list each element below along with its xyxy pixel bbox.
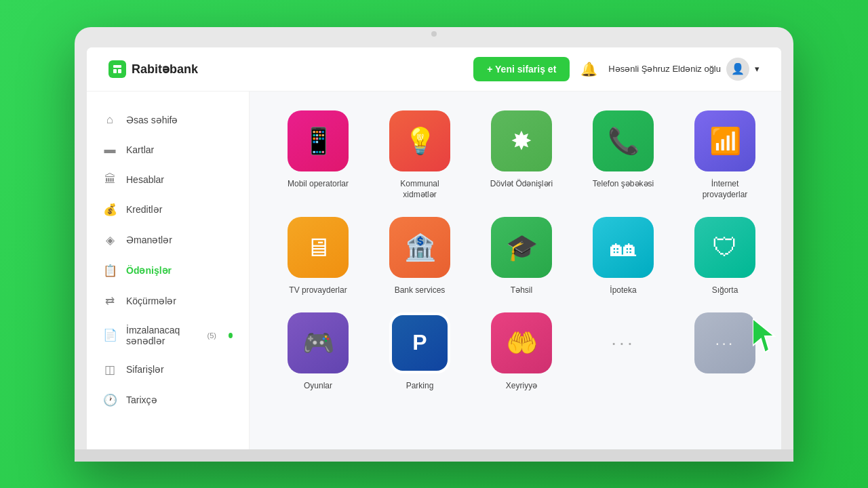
app-label: Kommunal xidmətlər (382, 178, 457, 201)
sidebar-item-kreditlər[interactable]: 💰 Kreditlər (87, 195, 249, 225)
apps-grid: 📱 Mobil operatorlar 💡 Kommunal xidmətlər… (274, 110, 757, 392)
sidebar-label: Kreditlər (126, 204, 162, 215)
sidebar-item-köçürmələr[interactable]: ⇄ Köçürmələr (87, 286, 249, 317)
app-label: Mobil operatorlar (288, 178, 349, 190)
transfers-icon: ⇄ (103, 294, 117, 308)
logo-icon (108, 60, 126, 78)
kommunal-icon: 💡 (389, 110, 450, 171)
app-item-mobil[interactable]: 📱 Mobil operatorlar (274, 110, 362, 201)
sidebar-item-hesablar[interactable]: 🏛 Hesablar (87, 165, 249, 195)
user-avatar: 👤 (726, 58, 749, 81)
chevron-down-icon: ▾ (755, 64, 760, 74)
app-item-telefon[interactable]: 📞 Telefon şəbəkəsi (579, 110, 667, 201)
games-icon: 🎮 (288, 312, 349, 373)
app-item-dovlet[interactable]: ✸ Dövlət Ödənişləri (477, 110, 566, 201)
tehsil-icon: 🎓 (491, 217, 552, 278)
svg-rect-2 (118, 69, 121, 73)
user-name: Həsənli Şəhruz Eldəniz oğlu (608, 64, 721, 74)
app-label: Təhsil (511, 285, 532, 296)
sidebar-label: Sifarişlər (126, 364, 164, 375)
documents-icon: 📄 (103, 328, 117, 342)
sidebar-item-əsas-səhifə[interactable]: ⌂ Əsas səhifə (87, 105, 249, 135)
app-body: ⌂ Əsas səhifə ▬ Kartlar 🏛 Hesablar 💰 Kre… (87, 92, 781, 449)
payments-icon: 📋 (103, 264, 117, 278)
home-icon: ⌂ (103, 113, 117, 127)
charity-icon: 🤲 (491, 312, 552, 373)
app-label: Dövlət Ödənişləri (490, 178, 553, 190)
more-icon: ··· (694, 312, 755, 373)
sidebar-label: Kartlar (126, 144, 154, 155)
app-label: İpoteka (610, 285, 636, 296)
app-item-tv[interactable]: 🖥 TV provayderlar (274, 217, 362, 296)
dovlet-icon: ✸ (491, 110, 552, 171)
app-item-more-dots[interactable]: ··· (579, 312, 667, 392)
badge-dot (229, 333, 233, 338)
documents-badge: (5) (208, 331, 216, 340)
main-content: 📱 Mobil operatorlar 💡 Kommunal xidmətlər… (250, 92, 781, 449)
logo-text: Rabitəbank (132, 62, 198, 77)
app-item-bank[interactable]: 🏦 Bank services (376, 217, 464, 296)
laptop-base (75, 449, 793, 462)
sidebar-item-ödənişlər[interactable]: 📋 Ödənişlər (87, 256, 249, 286)
logo: Rabitəbank (108, 60, 198, 78)
sidebar-item-tarixçə[interactable]: 🕐 Tarixçə (87, 385, 249, 415)
sidebar-label: Tarixçə (126, 394, 157, 405)
new-order-button[interactable]: + Yeni sifariş et (473, 57, 570, 81)
app-header: Rabitəbank + Yeni sifariş et 🔔 Həsənli Ş… (87, 47, 781, 92)
savings-icon: ◈ (103, 233, 117, 247)
svg-rect-1 (113, 69, 117, 73)
app-label: TV provayderlar (289, 285, 347, 296)
bank-icon: 🏦 (389, 217, 450, 278)
card-icon: ▬ (103, 143, 117, 157)
bell-icon[interactable]: 🔔 (580, 61, 597, 77)
sidebar-item-əmanətlər[interactable]: ◈ Əmanətlər (87, 225, 249, 256)
app-label: Xeyriyyə (506, 380, 537, 392)
accounts-icon: 🏛 (103, 173, 117, 186)
sidebar-label: Əsas səhifə (126, 115, 178, 125)
credit-icon: 💰 (103, 203, 117, 217)
sidebar-label: Əmanətlər (126, 235, 172, 245)
sidebar-item-sifarişlər[interactable]: ◫ Sifarişlər (87, 354, 249, 385)
app-label: Bank services (395, 285, 446, 296)
tv-icon: 🖥 (288, 217, 349, 278)
sidebar-label: Hesablar (126, 174, 164, 185)
sidebar-item-imzalanacaq[interactable]: 📄 İmzalanacaq sənədlər (5) (87, 317, 249, 354)
app-label: Parking (406, 380, 434, 392)
app-label: İnternet provayderlar (688, 178, 762, 201)
orders-icon: ◫ (103, 363, 117, 377)
sigorta-icon: 🛡 (694, 217, 755, 278)
sidebar-item-kartlar[interactable]: ▬ Kartlar (87, 135, 249, 165)
history-icon: 🕐 (103, 393, 117, 407)
app-item-kommunal[interactable]: 💡 Kommunal xidmətlər (376, 110, 464, 201)
sidebar-label: Köçürmələr (126, 296, 176, 306)
laptop-notch (431, 31, 437, 37)
internet-icon: 📶 (694, 110, 755, 171)
app-item-parking[interactable]: P Parking (376, 312, 464, 392)
app-item-internet[interactable]: 📶 İnternet provayderlar (681, 110, 769, 201)
sidebar-label: Ödənişlər (126, 265, 172, 276)
svg-rect-0 (113, 65, 121, 68)
header-right: + Yeni sifariş et 🔔 Həsənli Şəhruz Eldən… (473, 57, 760, 81)
app-item-sigorta[interactable]: 🛡 Sığorta (681, 217, 769, 296)
sidebar-label: İmzalanacaq sənədlər (126, 325, 198, 346)
app-item-more[interactable]: ··· (681, 312, 769, 392)
telefon-icon: 📞 (593, 110, 654, 171)
app-label: Telefon şəbəkəsi (593, 178, 654, 190)
app-item-tehsil[interactable]: 🎓 Təhsil (477, 217, 566, 296)
user-info[interactable]: Həsənli Şəhruz Eldəniz oğlu 👤 ▾ (608, 58, 760, 81)
sidebar: ⌂ Əsas səhifə ▬ Kartlar 🏛 Hesablar 💰 Kre… (87, 92, 250, 449)
app-item-ipoteka[interactable]: 🏘 İpoteka (579, 217, 667, 296)
dots-icon: ··· (593, 312, 654, 373)
app-label: Sığorta (712, 285, 738, 296)
parking-icon: P (389, 312, 450, 373)
app-item-games[interactable]: 🎮 Oyunlar (274, 312, 362, 392)
ipoteka-icon: 🏘 (593, 217, 654, 278)
app-label: Oyunlar (304, 380, 332, 392)
app-item-xeyriyye[interactable]: 🤲 Xeyriyyə (477, 312, 566, 392)
mobil-icon: 📱 (288, 110, 349, 171)
